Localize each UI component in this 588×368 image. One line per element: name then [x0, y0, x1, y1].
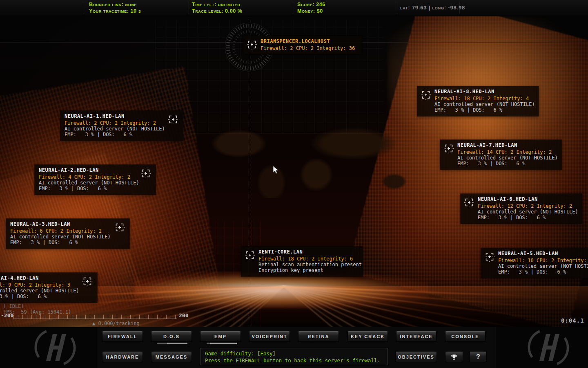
tracking-marker-icon: ▲	[92, 321, 95, 326]
difficulty-text: Game difficulty: [Easy]	[205, 350, 383, 357]
key-crack-button[interactable]: KEY CRACK	[347, 331, 388, 342]
server-info: AI controlled server (NOT HOSTILE)	[65, 126, 162, 132]
target-crosshair-icon	[464, 197, 474, 207]
trophy-icon	[450, 354, 458, 361]
server-name: NEURAL-AI-5.HED-LAN	[498, 251, 588, 256]
voiceprint-button[interactable]: VOICEPRINT	[249, 331, 290, 342]
idle-status-text: [_IDLE]	[3, 303, 24, 309]
game-screen: Bounced link: none Your tracetime: 10 s …	[0, 0, 588, 368]
ruler-max-label: 200	[179, 312, 188, 319]
divider	[293, 2, 293, 14]
server-info: AI controlled server (NOT HOSTILE)	[39, 180, 134, 186]
game-message-box: Game difficulty: [Easy] Press the FIREWA…	[200, 348, 388, 365]
server-info: EMP: 3 % | DOS: 6 %	[457, 161, 557, 166]
target-crosshair-icon	[421, 90, 431, 100]
server-stats: Firewall: 18 CPU: 2 Integrity: 6	[258, 256, 359, 262]
score-group: Score: 246 Money: $0	[297, 1, 325, 14]
hacker-evolution-logo	[524, 328, 573, 367]
retina-button[interactable]: RETINA	[298, 331, 339, 342]
emp-button[interactable]: EMP	[200, 331, 241, 342]
mission-timer: 0:04.1	[561, 317, 584, 324]
target-crosshair-icon	[247, 40, 257, 49]
server-info: EMP: 3 % | DOS: 6 %	[0, 294, 76, 299]
server-info: EMP: 3 % | DOS: 6 %	[498, 269, 588, 275]
server-name: NEURAL-AI-7.HED-LAN	[457, 143, 557, 148]
server-node-neural-ai-6[interactable]: NEURAL-AI-6.HED-LAN Firewall: 12 CPU: 2 …	[461, 194, 582, 224]
server-node-brianspencer-localhost[interactable]: BRIANSPENCER.LOCALHOST Firewall: 2 CPU: …	[243, 36, 362, 54]
mouse-pointer-icon	[273, 166, 279, 175]
hacker-evolution-logo	[31, 328, 80, 367]
bounced-link-text: Bounced link: none	[89, 1, 141, 8]
trace-level-text: Trace level: 0.00 %	[192, 8, 243, 14]
achievements-button[interactable]	[445, 352, 463, 362]
server-stats: Firewall: 18 CPU: 2 Integrity: 4	[434, 96, 535, 101]
server-info: AI controlled server (NOT HOSTILE)	[0, 288, 76, 294]
server-info: EMP: 3 % | DOS: 6 %	[39, 186, 134, 191]
trace-status-group: Time left: unlimited Trace level: 0.00 %	[192, 1, 243, 14]
target-crosshair-icon	[485, 252, 494, 262]
server-info: EMP: 3 % | DOS: 6 %	[478, 215, 578, 220]
question-mark-icon: ?	[476, 353, 480, 360]
server-name: XENTI-CORE.LAN	[258, 249, 359, 255]
divider	[189, 2, 189, 14]
server-name: BRIANSPENCER.LOCALHOST	[261, 39, 358, 44]
money-text: Money: $0	[297, 8, 325, 14]
server-stats: Firewall: 4 CPU: 2 Integrity: 2	[39, 174, 134, 180]
tracking-readout: ▲ 0.000/tracking	[92, 321, 140, 326]
tracetime-text: Your tracetime: 10 s	[89, 8, 141, 14]
ruler-min-label: -200	[1, 312, 13, 319]
server-info: Encryption key present	[258, 267, 359, 273]
server-stats: Firewall: 2 CPU: 2 Integrity: 36	[261, 45, 358, 51]
emp-charge-meter	[207, 343, 237, 344]
hardware-button[interactable]: HARDWARE	[102, 352, 143, 362]
score-text: Score: 246	[297, 1, 325, 8]
server-name: NEURAL-AI-3.HED-LAN	[10, 222, 108, 227]
tracking-ruler	[13, 315, 177, 319]
target-crosshair-icon	[115, 222, 125, 232]
server-stats: Firewall: 10 CPU: 2 Integrity: 2	[498, 258, 588, 263]
server-info: Retinal scan authentication present	[258, 262, 359, 267]
dos-button[interactable]: D.O.S	[151, 331, 192, 342]
server-node-neural-ai-4[interactable]: NEURAL-AI-4.HED-LAN Firewall: 9 CPU: 2 I…	[0, 273, 97, 303]
divider	[397, 2, 397, 14]
server-node-neural-ai-1[interactable]: NEURAL-AI-1.HED-LAN Firewall: 2 CPU: 2 I…	[60, 111, 183, 141]
server-node-neural-ai-8[interactable]: NEURAL-AI-8.HED-LAN Firewall: 18 CPU: 2 …	[417, 86, 539, 116]
link-status-group: Bounced link: none Your tracetime: 10 s	[89, 1, 141, 14]
server-stats: Firewall: 6 CPU: 2 Integrity: 2	[10, 228, 108, 234]
server-info: AI controlled server (NOT HOSTILE)	[457, 155, 557, 161]
console-button[interactable]: CONSOLE	[445, 331, 486, 342]
server-info: AI controlled server (NOT HOSTILE)	[478, 209, 578, 215]
server-stats: Firewall: 9 CPU: 2 Integrity: 3	[0, 282, 76, 288]
interface-button[interactable]: INTERFACE	[396, 331, 437, 342]
server-info: EMP: 3 % | DOS: 6 %	[10, 240, 108, 245]
server-info: EMP: 3 % | DOS: 6 %	[434, 107, 535, 113]
server-node-neural-ai-3[interactable]: NEURAL-AI-3.HED-LAN Firewall: 6 CPU: 2 I…	[6, 219, 129, 249]
server-node-xenti-core[interactable]: XENTI-CORE.LAN Firewall: 18 CPU: 2 Integ…	[241, 247, 363, 276]
divider	[84, 2, 84, 14]
target-crosshair-icon	[444, 144, 454, 153]
tracking-value: 0.000/tracking	[98, 321, 139, 326]
messages-button[interactable]: MESSAGES	[151, 352, 192, 362]
bottom-toolbar: FIREWALL D.O.S EMP VOICEPRINT RETINA KEY…	[0, 327, 588, 368]
target-crosshair-icon	[245, 250, 255, 260]
server-info: AI controlled server (NOT HOSTILE)	[498, 263, 588, 269]
server-node-neural-ai-5[interactable]: NEURAL-AI-5.HED-LAN Firewall: 10 CPU: 2 …	[481, 248, 588, 278]
objectives-button[interactable]: OBJECTIVES	[395, 352, 437, 362]
server-name: NEURAL-AI-1.HED-LAN	[65, 114, 162, 119]
target-crosshair-icon	[82, 276, 92, 286]
lat-long-text: lat: 79.63 | long: -98.98	[400, 4, 465, 11]
server-node-neural-ai-2[interactable]: NEURAL-AI-2.HED-LAN Firewall: 4 CPU: 2 I…	[35, 165, 156, 195]
server-stats: Firewall: 12 CPU: 2 Integrity: 2	[478, 203, 578, 209]
server-node-neural-ai-7[interactable]: NEURAL-AI-7.HED-LAN Firewall: 14 CPU: 2 …	[440, 140, 561, 170]
server-info: AI controlled server (NOT HOSTILE)	[10, 234, 108, 240]
server-name: NEURAL-AI-2.HED-LAN	[39, 168, 134, 173]
target-crosshair-icon	[141, 168, 151, 178]
server-name: NEURAL-AI-6.HED-LAN	[478, 197, 578, 202]
server-stats: Firewall: 14 CPU: 2 Integrity: 2	[457, 149, 557, 155]
firewall-button[interactable]: FIREWALL	[102, 331, 143, 342]
help-button[interactable]: ?	[470, 352, 487, 362]
server-name: NEURAL-AI-8.HED-LAN	[434, 89, 535, 94]
time-left-text: Time left: unlimited	[192, 1, 243, 8]
dos-charge-meter	[157, 343, 187, 344]
server-info: EMP: 3 % | DOS: 6 %	[65, 132, 162, 137]
